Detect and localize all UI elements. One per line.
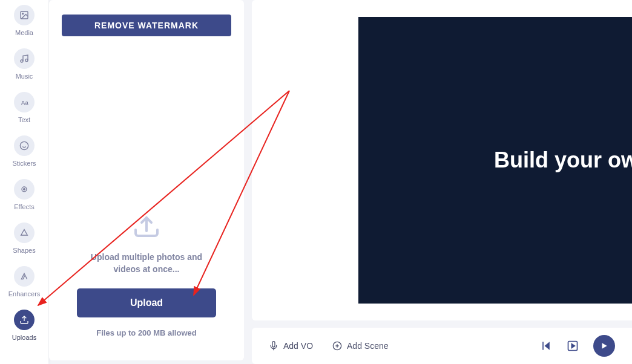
upload-zone: Upload multiple photos and videos at onc… [61, 212, 232, 337]
mic-icon [269, 341, 278, 351]
skip-back-button[interactable] [540, 340, 552, 352]
play-frame-icon [567, 340, 579, 352]
play-button[interactable] [593, 335, 615, 357]
right-section: Build your ow Add VO Add Scene [252, 0, 632, 364]
file-limit-text: Files up to 200 MB allowed [96, 328, 196, 337]
add-vo-button[interactable]: Add VO [269, 341, 313, 351]
upload-icon [14, 310, 35, 330]
effects-icon [14, 179, 35, 200]
svg-marker-10 [21, 230, 28, 235]
upload-prompt-text: Upload multiple photos and videos at onc… [77, 252, 216, 275]
play-icon [600, 342, 608, 350]
preview-text: Build your ow [494, 148, 632, 173]
sidebar: Media Music Aa Text Stickers Effects Sha… [0, 0, 48, 364]
plus-circle-icon [332, 341, 342, 351]
sidebar-label: Music [16, 73, 33, 80]
sidebar-item-shapes[interactable]: Shapes [13, 223, 35, 254]
uploads-panel: REMOVE WATERMARK Upload multiple photos … [49, 0, 244, 360]
sidebar-item-uploads[interactable]: Uploads [12, 310, 36, 341]
sidebar-label: Shapes [13, 247, 35, 254]
svg-point-5 [20, 141, 28, 149]
preview-area: Build your ow [252, 0, 632, 320]
shapes-icon [14, 223, 35, 243]
svg-point-1 [22, 13, 24, 15]
svg-marker-20 [571, 344, 574, 348]
enhancers-icon [14, 266, 35, 287]
svg-point-3 [25, 59, 28, 62]
sidebar-item-text[interactable]: Aa Text [14, 92, 35, 123]
skip-back-icon [540, 340, 552, 352]
sidebar-item-enhancers[interactable]: Enhancers [8, 266, 41, 297]
sidebar-label: Effects [14, 203, 34, 210]
remove-watermark-button[interactable]: REMOVE WATERMARK [62, 15, 231, 36]
sidebar-label: Media [15, 29, 33, 36]
sidebar-label: Enhancers [8, 290, 41, 297]
text-icon: Aa [14, 92, 35, 112]
svg-marker-21 [602, 343, 607, 348]
add-scene-label: Add Scene [347, 341, 389, 351]
image-icon [14, 5, 35, 25]
upload-cloud-icon [132, 212, 161, 241]
svg-rect-18 [542, 342, 544, 349]
sidebar-item-media[interactable]: Media [14, 5, 35, 36]
upload-button[interactable]: Upload [77, 288, 216, 317]
sidebar-label: Stickers [12, 160, 36, 167]
svg-point-9 [24, 189, 25, 190]
svg-text:Aa: Aa [21, 100, 29, 106]
bottom-bar: Add VO Add Scene [252, 328, 632, 364]
sidebar-item-effects[interactable]: Effects [14, 179, 35, 210]
add-scene-button[interactable]: Add Scene [332, 341, 389, 351]
sidebar-item-music[interactable]: Music [14, 48, 35, 80]
sidebar-item-stickers[interactable]: Stickers [12, 135, 36, 167]
svg-point-2 [21, 60, 23, 62]
music-icon [14, 48, 35, 69]
sidebar-label: Uploads [12, 334, 36, 341]
preview-canvas[interactable]: Build your ow [358, 17, 632, 304]
svg-marker-17 [545, 342, 550, 349]
smiley-icon [14, 135, 35, 156]
sidebar-label: Text [18, 116, 30, 123]
preview-play-button[interactable] [567, 340, 579, 352]
add-vo-label: Add VO [283, 341, 313, 351]
